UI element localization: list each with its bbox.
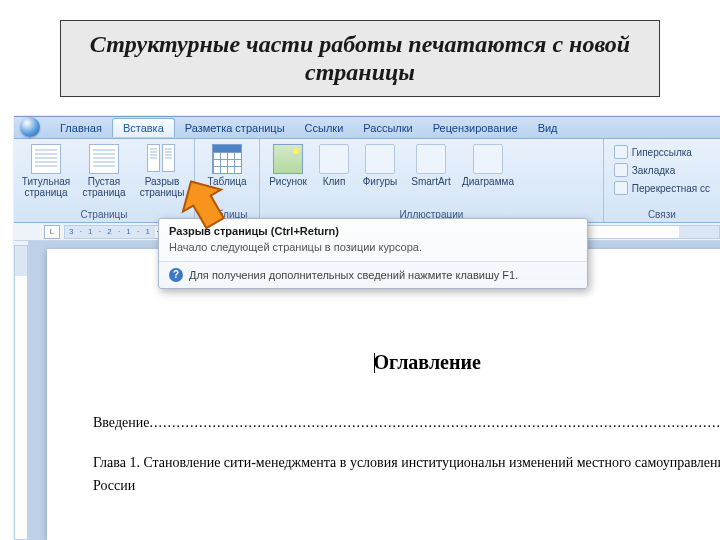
- tab-home[interactable]: Главная: [50, 119, 112, 137]
- blank-page-icon: [89, 144, 119, 174]
- smartart-label: SmartArt: [411, 176, 450, 187]
- chart-label: Диаграмма: [462, 176, 514, 187]
- bookmark-label: Закладка: [632, 165, 675, 176]
- smartart-button[interactable]: SmartArt: [406, 141, 456, 187]
- tab-selector[interactable]: L: [44, 225, 60, 239]
- chart-icon: [473, 144, 503, 174]
- tab-references[interactable]: Ссылки: [295, 119, 354, 137]
- clip-label: Клип: [323, 176, 346, 187]
- chart-button[interactable]: Диаграмма: [458, 141, 518, 187]
- picture-label: Рисунок: [269, 176, 307, 187]
- group-pages: Титульная страница Пустая страница Разры…: [14, 139, 195, 222]
- shapes-label: Фигуры: [363, 176, 397, 187]
- clip-icon: [319, 144, 349, 174]
- ribbon-tab-strip: Главная Вставка Разметка страницы Ссылки…: [14, 117, 720, 139]
- smartart-icon: [416, 144, 446, 174]
- cover-page-icon: [31, 144, 61, 174]
- office-orb-icon[interactable]: [20, 117, 40, 137]
- ribbon-body: Титульная страница Пустая страница Разры…: [14, 139, 720, 223]
- shapes-button[interactable]: Фигуры: [356, 141, 404, 187]
- cover-page-label: Титульная страница: [18, 176, 74, 198]
- bookmark-button[interactable]: Закладка: [614, 163, 675, 177]
- table-icon: [212, 144, 242, 174]
- slide-title: Структурные части работы печатаются с но…: [75, 31, 645, 86]
- hyperlink-label: Гиперссылка: [632, 147, 692, 158]
- tooltip-help-text: Для получения дополнительных сведений на…: [189, 269, 518, 281]
- tooltip-footer: ? Для получения дополнительных сведений …: [159, 261, 587, 288]
- help-icon: ?: [169, 268, 183, 282]
- vertical-ruler[interactable]: [14, 241, 29, 540]
- crossref-button[interactable]: Перекрестная сс: [614, 181, 710, 195]
- text-cursor: [374, 353, 375, 373]
- group-links-label: Связи: [608, 208, 716, 222]
- hyperlink-icon: [614, 145, 628, 159]
- document-page[interactable]: Оглавление Введение Глава 1. Становление…: [47, 249, 720, 540]
- toc-chapter1-line: Глава 1. Становление сити-менеджмента в …: [93, 452, 720, 497]
- tab-review[interactable]: Рецензирование: [423, 119, 528, 137]
- group-links: Гиперссылка Закладка Перекрестная сс Свя…: [604, 139, 720, 222]
- clip-button[interactable]: Клип: [314, 141, 354, 187]
- blank-page-label: Пустая страница: [76, 176, 132, 198]
- crossref-label: Перекрестная сс: [632, 183, 710, 194]
- tooltip-body: Начало следующей страницы в позиции курс…: [159, 241, 587, 261]
- callout-arrow-icon: [176, 176, 232, 232]
- tab-view[interactable]: Вид: [528, 119, 568, 137]
- blank-page-button[interactable]: Пустая страница: [76, 141, 132, 198]
- tab-insert[interactable]: Вставка: [112, 118, 175, 137]
- toc-intro-line: Введение: [93, 412, 720, 434]
- document-heading: Оглавление: [93, 349, 720, 374]
- crossref-icon: [614, 181, 628, 195]
- shapes-icon: [365, 144, 395, 174]
- slide-title-box: Структурные части работы печатаются с но…: [60, 20, 660, 97]
- cover-page-button[interactable]: Титульная страница: [18, 141, 74, 198]
- page-break-icon: [147, 144, 177, 174]
- tab-mailings[interactable]: Рассылки: [353, 119, 422, 137]
- bookmark-icon: [614, 163, 628, 177]
- group-illustrations: Рисунок Клип Фигуры SmartArt: [260, 139, 604, 222]
- tab-page-layout[interactable]: Разметка страницы: [175, 119, 295, 137]
- picture-button[interactable]: Рисунок: [264, 141, 312, 187]
- hyperlink-button[interactable]: Гиперссылка: [614, 145, 692, 159]
- word-window: Главная Вставка Разметка страницы Ссылки…: [14, 116, 720, 540]
- picture-icon: [273, 144, 303, 174]
